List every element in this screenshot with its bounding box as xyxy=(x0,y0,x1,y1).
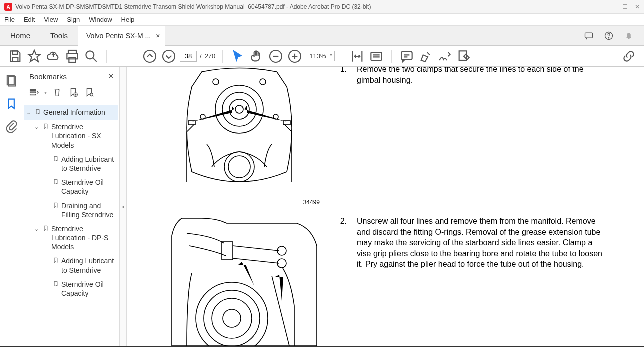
zoom-select[interactable]: 113% xyxy=(306,51,334,62)
chevron-left-icon: ◂ xyxy=(122,204,124,210)
svg-point-37 xyxy=(212,298,252,338)
bookmark-label: Sterndrive Oil Capacity xyxy=(61,178,116,196)
step-2: 2. Unscrew all four lines and remove the… xyxy=(337,216,607,270)
app-tabs: Home Tools Volvo Penta SX-M ... × xyxy=(0,26,644,46)
panel-collapse-handle[interactable]: ◂ xyxy=(120,67,127,346)
title-bar: A Volvo Penta SX-M DP-SMSMTDSMTD1 Sternd… xyxy=(0,0,644,14)
svg-rect-7 xyxy=(69,58,75,62)
svg-rect-13 xyxy=(371,52,381,60)
toolbar: / 270 113% xyxy=(0,46,644,67)
svg-rect-41 xyxy=(222,242,233,260)
menu-view[interactable]: View xyxy=(44,16,58,24)
save-button[interactable] xyxy=(7,48,23,64)
bookmark-icon xyxy=(42,224,49,234)
comment-button[interactable] xyxy=(399,48,415,64)
svg-point-8 xyxy=(86,51,94,59)
edit-pdf-button[interactable] xyxy=(456,48,472,64)
bookmark-item[interactable]: Draining and Filling Sterndrive xyxy=(24,199,118,222)
messages-icon[interactable] xyxy=(584,31,594,41)
bookmark-delete-button[interactable] xyxy=(52,87,63,98)
bookmark-item[interactable]: Adding Lubricant to Sterndrive xyxy=(24,254,118,277)
menu-bar: File Edit View Sign Window Help xyxy=(0,14,644,26)
sign-fill-button[interactable] xyxy=(437,48,453,64)
svg-rect-3 xyxy=(13,51,17,54)
svg-rect-4 xyxy=(13,58,18,62)
fit-width-button[interactable] xyxy=(349,48,365,64)
svg-point-31 xyxy=(224,152,254,182)
zoom-in-button[interactable] xyxy=(287,48,303,64)
bookmark-item[interactable]: ⌄ Sterndrive Lubrication - DP-S Models xyxy=(24,222,118,254)
star-button[interactable] xyxy=(26,48,42,64)
share-link-button[interactable] xyxy=(621,48,637,64)
menu-file[interactable]: File xyxy=(4,16,15,24)
svg-rect-18 xyxy=(30,90,36,91)
bookmark-icon xyxy=(52,155,59,164)
step-1: 1. Remove the two clamps that secure the… xyxy=(337,67,607,86)
zoom-out-button[interactable] xyxy=(268,48,284,64)
menu-edit[interactable]: Edit xyxy=(24,16,35,24)
chevron-down-icon[interactable]: ⌄ xyxy=(26,108,32,116)
step-text: Unscrew all four lines and remove them f… xyxy=(357,216,607,270)
pdf-page: 34499 1. Remove the two clamps that secu… xyxy=(127,67,644,346)
highlight-button[interactable] xyxy=(418,48,434,64)
chevron-down-icon[interactable]: ⌄ xyxy=(34,122,40,130)
figure-2: 34500 xyxy=(157,216,322,346)
pan-tool[interactable] xyxy=(249,48,265,64)
tab-document-close[interactable]: × xyxy=(156,32,160,40)
figure-1: 34499 xyxy=(157,67,322,206)
menu-window[interactable]: Window xyxy=(89,16,112,24)
bookmark-icon xyxy=(52,178,59,188)
close-window-button[interactable]: ✕ xyxy=(635,4,640,10)
tab-tools[interactable]: Tools xyxy=(40,26,78,46)
bookmark-icon xyxy=(52,202,59,211)
bookmark-label: Draining and Filling Sterndrive xyxy=(61,202,116,220)
svg-point-26 xyxy=(235,106,243,114)
bookmarks-panel-button[interactable] xyxy=(4,97,18,111)
print-button[interactable] xyxy=(64,48,80,64)
bookmark-label: Sterndrive Lubrication - SX Models xyxy=(51,122,116,150)
search-button[interactable] xyxy=(83,48,99,64)
svg-point-9 xyxy=(144,50,156,62)
bookmark-tree[interactable]: ⌄ General Information ⌄ Sterndrive Lubri… xyxy=(22,102,119,346)
bookmark-item[interactable]: Adding Lubricant to Sterndrive xyxy=(24,152,118,176)
bookmark-item[interactable]: Sterndrive Oil Capacity xyxy=(24,176,118,198)
tab-home[interactable]: Home xyxy=(0,26,40,46)
page-down-button[interactable] xyxy=(161,48,177,64)
page-number-input[interactable] xyxy=(180,51,197,62)
minimize-button[interactable]: — xyxy=(609,4,615,10)
cloud-button[interactable] xyxy=(45,48,61,64)
svg-point-10 xyxy=(163,50,175,62)
svg-rect-14 xyxy=(401,52,412,60)
bookmark-label: Adding Lubricant to Sterndrive xyxy=(61,155,116,173)
step-text: Remove the two clamps that secure the li… xyxy=(357,67,607,86)
bookmark-icon xyxy=(34,108,41,118)
svg-point-32 xyxy=(228,156,250,178)
page-up-button[interactable] xyxy=(142,48,158,64)
select-tool[interactable] xyxy=(230,48,246,64)
menu-sign[interactable]: Sign xyxy=(67,16,80,24)
svg-point-38 xyxy=(223,310,241,328)
bookmarks-close-button[interactable]: ✕ xyxy=(108,72,114,81)
bookmark-item[interactable]: Sterndrive Oil Capacity xyxy=(24,278,118,300)
attachments-panel-button[interactable] xyxy=(4,120,18,134)
svg-rect-34 xyxy=(283,121,290,125)
bookmark-find-button[interactable] xyxy=(84,87,95,98)
menu-help[interactable]: Help xyxy=(121,16,135,24)
bookmark-options-button[interactable] xyxy=(28,87,39,98)
bookmark-item[interactable]: ⌄ General Information xyxy=(24,106,118,120)
svg-point-35 xyxy=(196,282,268,346)
svg-rect-19 xyxy=(30,92,36,93)
bookmark-item[interactable]: ⌄ Sterndrive Lubrication - SX Models xyxy=(24,120,118,152)
maximize-button[interactable]: ☐ xyxy=(622,4,628,10)
notifications-icon[interactable] xyxy=(624,31,634,41)
bookmark-add-button[interactable] xyxy=(68,87,79,98)
bookmark-icon xyxy=(52,280,59,290)
figure-id: 34499 xyxy=(157,199,322,206)
tab-document[interactable]: Volvo Penta SX-M ... × xyxy=(78,26,165,46)
document-viewer[interactable]: 34499 1. Remove the two clamps that secu… xyxy=(127,67,644,346)
bookmark-icon xyxy=(42,122,49,132)
chevron-down-icon[interactable]: ⌄ xyxy=(34,224,40,232)
read-mode-button[interactable] xyxy=(368,48,384,64)
thumbnails-panel-button[interactable] xyxy=(4,74,18,88)
help-icon[interactable] xyxy=(604,31,614,41)
